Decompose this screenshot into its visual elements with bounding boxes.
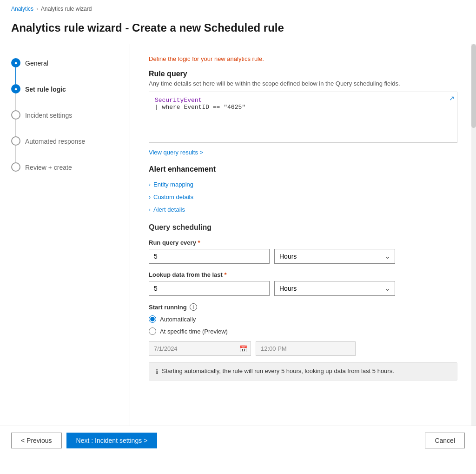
breadcrumb-current: Analytics rule wizard bbox=[41, 6, 92, 12]
alert-details-label: Alert details bbox=[153, 206, 185, 213]
breadcrumb-separator: › bbox=[36, 6, 38, 12]
run-query-row: Minutes Hours Days bbox=[149, 249, 457, 264]
query-scheduling-section: Query scheduling Run query every * Minut… bbox=[149, 223, 457, 381]
sidebar-label-review-create: Review + create bbox=[25, 162, 72, 173]
alert-enhancement-title: Alert enhancement bbox=[149, 165, 457, 174]
sidebar: ● General ● Set rule logic Incident sett… bbox=[0, 44, 130, 426]
step-circle-review-create bbox=[11, 162, 20, 172]
run-query-input[interactable] bbox=[149, 249, 270, 264]
rule-description: Define the logic for your new analytics … bbox=[149, 55, 457, 62]
run-query-unit-select[interactable]: Minutes Hours Days bbox=[274, 249, 395, 264]
datetime-row: 📅 bbox=[149, 341, 457, 356]
date-input[interactable] bbox=[149, 341, 251, 356]
sidebar-item-incident-settings[interactable]: Incident settings bbox=[11, 110, 119, 136]
entity-mapping-label: Entity mapping bbox=[153, 181, 193, 188]
lookup-data-input[interactable] bbox=[149, 281, 270, 296]
step-circle-automated-response bbox=[11, 136, 20, 146]
info-banner-icon: ℹ bbox=[156, 368, 158, 375]
query-editor[interactable]: SecurityEvent | where EventID == "4625" bbox=[149, 92, 457, 143]
expand-icon[interactable]: ↗ bbox=[449, 94, 455, 102]
step-circle-set-rule-logic: ● bbox=[11, 84, 20, 93]
sidebar-label-incident-settings: Incident settings bbox=[25, 110, 72, 120]
lookup-data-unit-select[interactable]: Minutes Hours Days bbox=[274, 281, 395, 296]
next-button[interactable]: Next : Incident settings > bbox=[66, 433, 158, 448]
scrollbar-thumb[interactable] bbox=[471, 44, 476, 128]
query-editor-wrapper: SecurityEvent | where EventID == "4625" … bbox=[149, 92, 457, 143]
alert-details-item[interactable]: › Alert details bbox=[149, 205, 457, 214]
entity-mapping-item[interactable]: › Entity mapping bbox=[149, 180, 457, 189]
sidebar-label-general: General bbox=[25, 58, 48, 68]
sidebar-item-review-create[interactable]: Review + create bbox=[11, 162, 119, 173]
info-banner-text: Starting automatically, the rule will ru… bbox=[162, 367, 394, 374]
radio-automatically-input[interactable] bbox=[149, 315, 156, 323]
step-circle-incident-settings bbox=[11, 110, 20, 120]
chevron-right-icon-alert: › bbox=[149, 207, 151, 213]
cancel-button[interactable]: Cancel bbox=[425, 433, 465, 448]
custom-details-item[interactable]: › Custom details bbox=[149, 193, 457, 201]
breadcrumb-analytics[interactable]: Analytics bbox=[11, 6, 33, 12]
run-query-unit-wrapper: Minutes Hours Days bbox=[274, 249, 395, 264]
info-banner: ℹ Starting automatically, the rule will … bbox=[149, 362, 457, 381]
radio-specific-time[interactable]: At specific time (Preview) bbox=[149, 327, 457, 335]
sidebar-item-general[interactable]: ● General bbox=[11, 58, 119, 84]
scrollbar[interactable] bbox=[471, 44, 476, 426]
sidebar-label-set-rule-logic: Set rule logic bbox=[25, 84, 66, 94]
start-running-info-icon[interactable]: i bbox=[190, 303, 197, 311]
radio-specific-time-label: At specific time (Preview) bbox=[160, 328, 228, 335]
start-running-label: Start running i bbox=[149, 303, 457, 311]
step-circle-general: ● bbox=[11, 58, 20, 67]
previous-button[interactable]: < Previous bbox=[11, 433, 62, 448]
rule-query-title: Rule query bbox=[149, 70, 457, 78]
chevron-right-icon-entity: › bbox=[149, 181, 151, 188]
calendar-icon: 📅 bbox=[239, 345, 247, 353]
view-query-results-link[interactable]: View query results > bbox=[149, 149, 203, 156]
sidebar-label-automated-response: Automated response bbox=[25, 136, 85, 147]
time-input[interactable] bbox=[256, 341, 356, 356]
page-title: Analytics rule wizard - Create a new Sch… bbox=[0, 18, 476, 44]
lookup-data-label: Lookup data from the last * bbox=[149, 271, 457, 278]
breadcrumb: Analytics › Analytics rule wizard bbox=[0, 0, 476, 18]
chevron-right-icon-custom: › bbox=[149, 194, 151, 200]
lookup-data-unit-wrapper: Minutes Hours Days bbox=[274, 281, 395, 296]
content-area: Define the logic for your new analytics … bbox=[130, 44, 476, 426]
sidebar-item-set-rule-logic[interactable]: ● Set rule logic bbox=[11, 84, 119, 110]
radio-specific-time-input[interactable] bbox=[149, 327, 156, 335]
query-line-2: | where EventID == "4625" bbox=[155, 104, 444, 111]
rule-query-subtitle: Any time details set here will be within… bbox=[149, 80, 457, 87]
start-running-radio-group: Automatically At specific time (Preview) bbox=[149, 315, 457, 335]
query-line-1: SecurityEvent bbox=[155, 97, 444, 104]
radio-automatically-label: Automatically bbox=[160, 316, 196, 323]
footer: < Previous Next : Incident settings > Ca… bbox=[0, 426, 476, 455]
lookup-data-row: Minutes Hours Days bbox=[149, 281, 457, 296]
query-scheduling-title: Query scheduling bbox=[149, 223, 457, 232]
run-query-label: Run query every * bbox=[149, 239, 457, 246]
custom-details-label: Custom details bbox=[153, 194, 193, 200]
sidebar-item-automated-response[interactable]: Automated response bbox=[11, 136, 119, 162]
radio-automatically[interactable]: Automatically bbox=[149, 315, 457, 323]
date-input-wrapper: 📅 bbox=[149, 341, 251, 356]
